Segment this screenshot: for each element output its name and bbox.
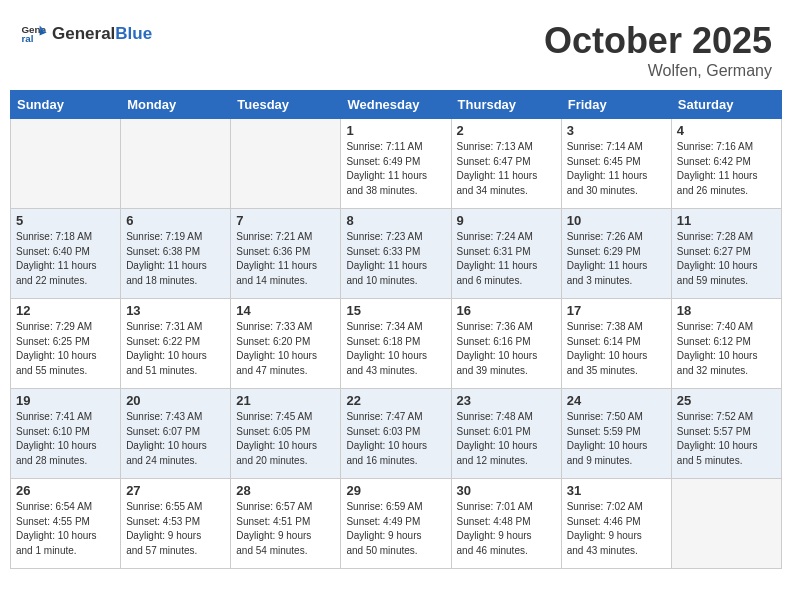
calendar-cell: 8Sunrise: 7:23 AM Sunset: 6:33 PM Daylig…	[341, 209, 451, 299]
weekday-header: Sunday	[11, 91, 121, 119]
day-info: Sunrise: 7:47 AM Sunset: 6:03 PM Dayligh…	[346, 410, 445, 468]
weekday-header-row: SundayMondayTuesdayWednesdayThursdayFrid…	[11, 91, 782, 119]
day-number: 8	[346, 213, 445, 228]
day-number: 31	[567, 483, 666, 498]
svg-text:ral: ral	[21, 33, 33, 44]
calendar-cell	[121, 119, 231, 209]
calendar-cell: 29Sunrise: 6:59 AM Sunset: 4:49 PM Dayli…	[341, 479, 451, 569]
day-info: Sunrise: 7:19 AM Sunset: 6:38 PM Dayligh…	[126, 230, 225, 288]
calendar-cell: 22Sunrise: 7:47 AM Sunset: 6:03 PM Dayli…	[341, 389, 451, 479]
calendar-table: SundayMondayTuesdayWednesdayThursdayFrid…	[10, 90, 782, 569]
calendar-cell: 30Sunrise: 7:01 AM Sunset: 4:48 PM Dayli…	[451, 479, 561, 569]
calendar-cell: 9Sunrise: 7:24 AM Sunset: 6:31 PM Daylig…	[451, 209, 561, 299]
calendar-cell: 31Sunrise: 7:02 AM Sunset: 4:46 PM Dayli…	[561, 479, 671, 569]
day-info: Sunrise: 7:01 AM Sunset: 4:48 PM Dayligh…	[457, 500, 556, 558]
calendar-cell: 4Sunrise: 7:16 AM Sunset: 6:42 PM Daylig…	[671, 119, 781, 209]
calendar-cell: 3Sunrise: 7:14 AM Sunset: 6:45 PM Daylig…	[561, 119, 671, 209]
calendar-cell: 6Sunrise: 7:19 AM Sunset: 6:38 PM Daylig…	[121, 209, 231, 299]
day-info: Sunrise: 7:45 AM Sunset: 6:05 PM Dayligh…	[236, 410, 335, 468]
calendar-week-row: 5Sunrise: 7:18 AM Sunset: 6:40 PM Daylig…	[11, 209, 782, 299]
calendar-cell: 26Sunrise: 6:54 AM Sunset: 4:55 PM Dayli…	[11, 479, 121, 569]
day-info: Sunrise: 7:02 AM Sunset: 4:46 PM Dayligh…	[567, 500, 666, 558]
day-number: 12	[16, 303, 115, 318]
calendar-cell: 16Sunrise: 7:36 AM Sunset: 6:16 PM Dayli…	[451, 299, 561, 389]
day-info: Sunrise: 7:14 AM Sunset: 6:45 PM Dayligh…	[567, 140, 666, 198]
weekday-header: Thursday	[451, 91, 561, 119]
day-number: 2	[457, 123, 556, 138]
day-info: Sunrise: 7:50 AM Sunset: 5:59 PM Dayligh…	[567, 410, 666, 468]
calendar-cell: 10Sunrise: 7:26 AM Sunset: 6:29 PM Dayli…	[561, 209, 671, 299]
calendar-cell: 1Sunrise: 7:11 AM Sunset: 6:49 PM Daylig…	[341, 119, 451, 209]
day-info: Sunrise: 7:36 AM Sunset: 6:16 PM Dayligh…	[457, 320, 556, 378]
weekday-header: Monday	[121, 91, 231, 119]
weekday-header: Friday	[561, 91, 671, 119]
day-number: 5	[16, 213, 115, 228]
day-info: Sunrise: 7:16 AM Sunset: 6:42 PM Dayligh…	[677, 140, 776, 198]
day-number: 23	[457, 393, 556, 408]
day-number: 4	[677, 123, 776, 138]
day-number: 18	[677, 303, 776, 318]
day-info: Sunrise: 7:52 AM Sunset: 5:57 PM Dayligh…	[677, 410, 776, 468]
day-info: Sunrise: 6:55 AM Sunset: 4:53 PM Dayligh…	[126, 500, 225, 558]
day-number: 20	[126, 393, 225, 408]
calendar-cell: 11Sunrise: 7:28 AM Sunset: 6:27 PM Dayli…	[671, 209, 781, 299]
calendar-cell: 23Sunrise: 7:48 AM Sunset: 6:01 PM Dayli…	[451, 389, 561, 479]
calendar-cell: 20Sunrise: 7:43 AM Sunset: 6:07 PM Dayli…	[121, 389, 231, 479]
day-number: 30	[457, 483, 556, 498]
day-number: 9	[457, 213, 556, 228]
day-info: Sunrise: 7:40 AM Sunset: 6:12 PM Dayligh…	[677, 320, 776, 378]
day-number: 27	[126, 483, 225, 498]
day-info: Sunrise: 7:13 AM Sunset: 6:47 PM Dayligh…	[457, 140, 556, 198]
day-number: 1	[346, 123, 445, 138]
calendar-cell: 15Sunrise: 7:34 AM Sunset: 6:18 PM Dayli…	[341, 299, 451, 389]
calendar-cell: 14Sunrise: 7:33 AM Sunset: 6:20 PM Dayli…	[231, 299, 341, 389]
calendar-cell: 18Sunrise: 7:40 AM Sunset: 6:12 PM Dayli…	[671, 299, 781, 389]
calendar-week-row: 26Sunrise: 6:54 AM Sunset: 4:55 PM Dayli…	[11, 479, 782, 569]
logo-icon: Gene ral	[20, 20, 48, 48]
day-number: 22	[346, 393, 445, 408]
day-info: Sunrise: 7:23 AM Sunset: 6:33 PM Dayligh…	[346, 230, 445, 288]
calendar-week-row: 1Sunrise: 7:11 AM Sunset: 6:49 PM Daylig…	[11, 119, 782, 209]
weekday-header: Tuesday	[231, 91, 341, 119]
day-info: Sunrise: 7:41 AM Sunset: 6:10 PM Dayligh…	[16, 410, 115, 468]
logo-text-general: General	[52, 24, 115, 43]
calendar-cell	[11, 119, 121, 209]
calendar-cell: 17Sunrise: 7:38 AM Sunset: 6:14 PM Dayli…	[561, 299, 671, 389]
calendar-cell: 13Sunrise: 7:31 AM Sunset: 6:22 PM Dayli…	[121, 299, 231, 389]
day-info: Sunrise: 7:33 AM Sunset: 6:20 PM Dayligh…	[236, 320, 335, 378]
page-header: Gene ral GeneralBlue October 2025 Wolfen…	[10, 10, 782, 85]
day-number: 25	[677, 393, 776, 408]
day-info: Sunrise: 7:34 AM Sunset: 6:18 PM Dayligh…	[346, 320, 445, 378]
day-info: Sunrise: 7:31 AM Sunset: 6:22 PM Dayligh…	[126, 320, 225, 378]
day-info: Sunrise: 7:29 AM Sunset: 6:25 PM Dayligh…	[16, 320, 115, 378]
calendar-week-row: 19Sunrise: 7:41 AM Sunset: 6:10 PM Dayli…	[11, 389, 782, 479]
day-info: Sunrise: 7:18 AM Sunset: 6:40 PM Dayligh…	[16, 230, 115, 288]
calendar-cell: 2Sunrise: 7:13 AM Sunset: 6:47 PM Daylig…	[451, 119, 561, 209]
calendar-cell: 28Sunrise: 6:57 AM Sunset: 4:51 PM Dayli…	[231, 479, 341, 569]
day-number: 16	[457, 303, 556, 318]
day-number: 11	[677, 213, 776, 228]
weekday-header: Saturday	[671, 91, 781, 119]
calendar-cell: 5Sunrise: 7:18 AM Sunset: 6:40 PM Daylig…	[11, 209, 121, 299]
day-number: 6	[126, 213, 225, 228]
month-title: October 2025	[544, 20, 772, 62]
calendar-cell: 24Sunrise: 7:50 AM Sunset: 5:59 PM Dayli…	[561, 389, 671, 479]
day-number: 10	[567, 213, 666, 228]
day-number: 3	[567, 123, 666, 138]
location-text: Wolfen, Germany	[544, 62, 772, 80]
day-info: Sunrise: 6:57 AM Sunset: 4:51 PM Dayligh…	[236, 500, 335, 558]
day-number: 24	[567, 393, 666, 408]
day-number: 21	[236, 393, 335, 408]
day-number: 26	[16, 483, 115, 498]
day-info: Sunrise: 7:28 AM Sunset: 6:27 PM Dayligh…	[677, 230, 776, 288]
calendar-cell: 12Sunrise: 7:29 AM Sunset: 6:25 PM Dayli…	[11, 299, 121, 389]
day-number: 17	[567, 303, 666, 318]
logo-text-blue: Blue	[115, 24, 152, 43]
calendar-cell	[671, 479, 781, 569]
calendar-cell: 21Sunrise: 7:45 AM Sunset: 6:05 PM Dayli…	[231, 389, 341, 479]
calendar-cell	[231, 119, 341, 209]
calendar-week-row: 12Sunrise: 7:29 AM Sunset: 6:25 PM Dayli…	[11, 299, 782, 389]
day-info: Sunrise: 7:38 AM Sunset: 6:14 PM Dayligh…	[567, 320, 666, 378]
calendar-cell: 27Sunrise: 6:55 AM Sunset: 4:53 PM Dayli…	[121, 479, 231, 569]
day-number: 7	[236, 213, 335, 228]
